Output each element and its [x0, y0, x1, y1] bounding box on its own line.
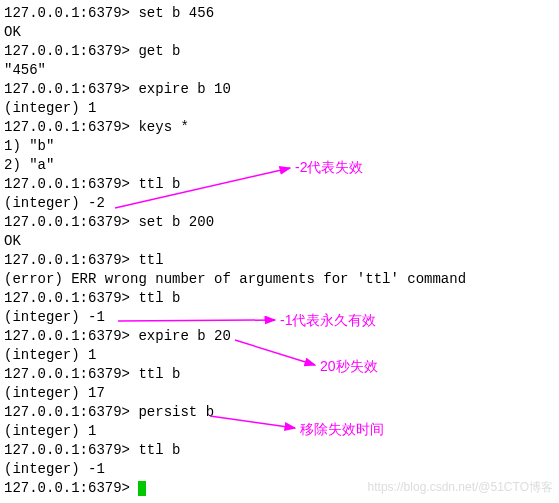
terminal-line-command: 127.0.0.1:6379> ttl b	[4, 365, 555, 384]
terminal-line-output: (integer) -2	[4, 194, 555, 213]
terminal-line-output: OK	[4, 232, 555, 251]
terminal-line-command: 127.0.0.1:6379> get b	[4, 42, 555, 61]
terminal-line-output: (integer) -1	[4, 460, 555, 479]
annotation-remove-expire: 移除失效时间	[300, 420, 384, 439]
terminal-line-command: 127.0.0.1:6379> ttl	[4, 251, 555, 270]
terminal-line-command: 127.0.0.1:6379> ttl b	[4, 289, 555, 308]
terminal-line-command: 127.0.0.1:6379> ttl b	[4, 441, 555, 460]
annotation-minus2: -2代表失效	[295, 158, 363, 177]
terminal-line-command: 127.0.0.1:6379> keys *	[4, 118, 555, 137]
terminal-line-command: 127.0.0.1:6379> expire b 10	[4, 80, 555, 99]
terminal-output: 127.0.0.1:6379> set b 456OK127.0.0.1:637…	[4, 4, 555, 498]
terminal-line-prompt[interactable]: 127.0.0.1:6379>	[4, 479, 555, 498]
terminal-line-output: "456"	[4, 61, 555, 80]
terminal-line-output: 1) "b"	[4, 137, 555, 156]
annotation-20sec: 20秒失效	[320, 357, 378, 376]
terminal-line-command: 127.0.0.1:6379> set b 456	[4, 4, 555, 23]
terminal-line-output: 2) "a"	[4, 156, 555, 175]
annotation-minus1: -1代表永久有效	[280, 311, 376, 330]
terminal-line-output: (integer) 1	[4, 99, 555, 118]
terminal-line-command: 127.0.0.1:6379> persist b	[4, 403, 555, 422]
cursor[interactable]	[138, 481, 146, 496]
terminal-line-output: (integer) 1	[4, 346, 555, 365]
terminal-line-output: (integer) 1	[4, 422, 555, 441]
terminal-line-output: OK	[4, 23, 555, 42]
terminal-line-command: 127.0.0.1:6379> ttl b	[4, 175, 555, 194]
terminal-line-output: (integer) 17	[4, 384, 555, 403]
terminal-line-output: (error) ERR wrong number of arguments fo…	[4, 270, 555, 289]
terminal-line-command: 127.0.0.1:6379> set b 200	[4, 213, 555, 232]
